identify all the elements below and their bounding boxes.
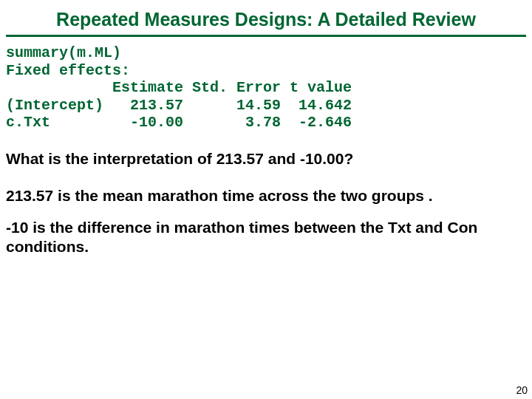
answer-line-1: 213.57 is the mean marathon time across … xyxy=(0,186,532,205)
code-line: (Intercept) 213.57 14.59 14.642 xyxy=(6,97,352,114)
question-text: What is the interpretation of 213.57 and… xyxy=(0,149,532,168)
code-line: Estimate Std. Error t value xyxy=(6,79,352,96)
code-line: summary(m.ML) xyxy=(6,44,121,61)
code-line: Fixed effects: xyxy=(6,62,130,79)
code-line: c.Txt -10.00 3.78 -2.646 xyxy=(6,114,352,131)
r-output: summary(m.ML) Fixed effects: Estimate St… xyxy=(0,44,532,132)
page-number: 20 xyxy=(516,384,528,396)
slide: Repeated Measures Designs: A Detailed Re… xyxy=(0,0,532,399)
title-underline xyxy=(6,35,526,37)
answer-line-2: -10 is the difference in marathon times … xyxy=(0,218,532,256)
slide-title: Repeated Measures Designs: A Detailed Re… xyxy=(0,0,532,35)
